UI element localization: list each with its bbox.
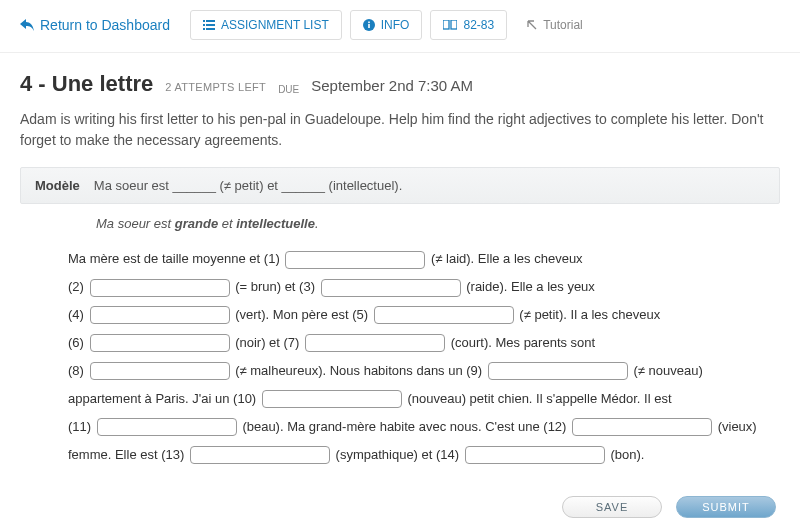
return-label: Return to Dashboard [40, 17, 170, 33]
text-segment: (≠ malheureux). Nous habitons dans un (9… [235, 363, 482, 378]
svg-rect-2 [203, 24, 205, 26]
text-segment: (≠ petit). Il a les cheveux [519, 307, 660, 322]
svg-rect-4 [203, 28, 205, 30]
text-segment: (noir) et (7) [235, 335, 299, 350]
svg-rect-7 [368, 24, 370, 28]
footer-actions: SAVE SUBMIT [562, 496, 776, 518]
text-segment: (≠ laid). Elle a les cheveux [431, 251, 583, 266]
text-segment: (2) [68, 279, 84, 294]
title-row: 4 - Une lettre 2 ATTEMPTS LEFT DUE Septe… [0, 53, 800, 103]
top-nav: Return to Dashboard ASSIGNMENT LIST INFO… [0, 0, 800, 53]
svg-rect-1 [206, 20, 215, 22]
assignment-list-label: ASSIGNMENT LIST [221, 18, 329, 32]
blank-7[interactable] [305, 334, 445, 352]
text-segment: (vieux) [718, 419, 757, 434]
blank-11[interactable] [97, 418, 237, 436]
modele-answer: Ma soeur est grande et intellectuelle. [0, 204, 800, 245]
modele-answer-pre: Ma soeur est [96, 216, 175, 231]
text-segment: (nouveau) petit chien. Il s'appelle Médo… [407, 391, 671, 406]
text-segment: appartement à Paris. J'ai un (10) [68, 391, 256, 406]
attempts-remaining: 2 ATTEMPTS LEFT [165, 81, 266, 93]
modele-answer-mid: et [218, 216, 236, 231]
text-segment: (sympathique) et (14) [336, 447, 460, 462]
blank-9[interactable] [488, 362, 628, 380]
text-segment: (bon). [610, 447, 644, 462]
info-label: INFO [381, 18, 410, 32]
modele-label: Modèle [35, 178, 80, 193]
tutorial-link[interactable]: Tutorial [515, 11, 595, 39]
submit-button[interactable]: SUBMIT [676, 496, 776, 518]
modele-answer-post: . [315, 216, 319, 231]
svg-rect-3 [206, 24, 215, 26]
blank-4[interactable] [90, 306, 230, 324]
modele-prompt: Ma soeur est ______ (≠ petit) et ______ … [94, 178, 402, 193]
blank-10[interactable] [262, 390, 402, 408]
svg-rect-10 [451, 20, 457, 29]
text-segment: (= brun) et (3) [235, 279, 315, 294]
blank-1[interactable] [285, 251, 425, 269]
text-segment: (4) [68, 307, 84, 322]
blank-5[interactable] [374, 306, 514, 324]
list-icon [203, 20, 215, 30]
text-segment: (raide). Elle a les yeux [466, 279, 595, 294]
blank-3[interactable] [321, 279, 461, 297]
text-segment: (≠ nouveau) [633, 363, 702, 378]
text-segment: femme. Elle est (13) [68, 447, 184, 462]
reply-arrow-icon [20, 19, 34, 31]
text-segment: (court). Mes parents sont [451, 335, 596, 350]
exercise-body: Ma mère est de taille moyenne et (1) (≠ … [0, 245, 800, 469]
text-segment: Ma mère est de taille moyenne et (1) [68, 251, 280, 266]
book-icon [443, 20, 457, 30]
blank-12[interactable] [572, 418, 712, 436]
svg-rect-9 [443, 20, 449, 29]
pages-button[interactable]: 82-83 [430, 10, 507, 40]
modele-answer-bold-2: intellectuelle [236, 216, 315, 231]
blank-8[interactable] [90, 362, 230, 380]
instructions-text: Adam is writing his first letter to his … [0, 103, 800, 167]
tutorial-label: Tutorial [543, 18, 583, 32]
blank-6[interactable] [90, 334, 230, 352]
due-value: September 2nd 7:30 AM [311, 77, 473, 94]
arrow-top-left-icon [527, 20, 537, 30]
info-icon [363, 19, 375, 31]
modele-answer-bold-1: grande [175, 216, 218, 231]
text-segment: (8) [68, 363, 84, 378]
pages-label: 82-83 [463, 18, 494, 32]
assignment-list-button[interactable]: ASSIGNMENT LIST [190, 10, 342, 40]
blank-2[interactable] [90, 279, 230, 297]
info-button[interactable]: INFO [350, 10, 423, 40]
text-segment: (6) [68, 335, 84, 350]
save-button[interactable]: SAVE [562, 496, 662, 518]
svg-rect-8 [368, 22, 370, 24]
blank-14[interactable] [465, 446, 605, 464]
return-to-dashboard-link[interactable]: Return to Dashboard [20, 17, 170, 33]
svg-rect-0 [203, 20, 205, 22]
due-label: DUE [278, 84, 299, 95]
page-title: 4 - Une lettre [20, 71, 153, 97]
blank-13[interactable] [190, 446, 330, 464]
text-segment: (beau). Ma grand-mère habite avec nous. … [242, 419, 566, 434]
text-segment: (vert). Mon père est (5) [235, 307, 368, 322]
modele-box: Modèle Ma soeur est ______ (≠ petit) et … [20, 167, 780, 204]
text-segment: (11) [68, 419, 91, 434]
svg-rect-5 [206, 28, 215, 30]
